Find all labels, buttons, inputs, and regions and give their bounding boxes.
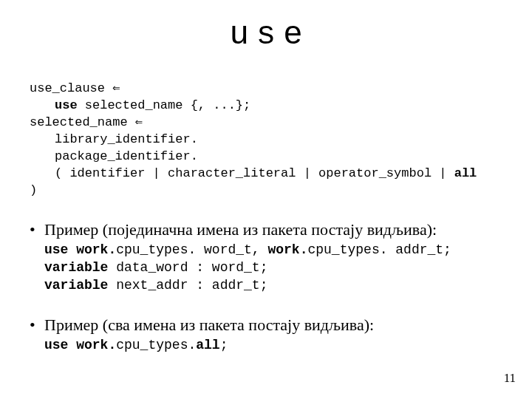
kw: use work. xyxy=(44,242,116,257)
kw: variable xyxy=(44,260,116,275)
arrow-icon: ⇐ xyxy=(135,115,143,129)
kw: variable xyxy=(44,278,116,293)
bullet-2: • Пример (сва имена из пакета постају ви… xyxy=(30,316,510,335)
page-number: 11 xyxy=(504,371,516,386)
t: selected_name xyxy=(30,115,135,129)
t: use_clause xyxy=(30,81,112,95)
kw: work. xyxy=(267,242,307,257)
kw-all: all xyxy=(454,166,477,180)
t: cpu_types. addr_t; xyxy=(307,242,451,257)
t: cpu_types. xyxy=(116,338,196,352)
t: {, ...} xyxy=(191,98,243,112)
kw-use: use xyxy=(55,98,78,112)
t: cpu_types. word_t, xyxy=(116,242,267,257)
slide-title: use xyxy=(30,16,510,53)
t: next_addr : addr_t; xyxy=(116,278,267,293)
bullet-dot-icon: • xyxy=(30,220,44,239)
bullet-dot-icon: • xyxy=(30,316,44,335)
grammar-line-4: library_identifier. xyxy=(30,132,198,146)
bullet-1-text: Пример (појединачна имена из пакета пост… xyxy=(44,220,510,239)
grammar-line-7: ) xyxy=(30,183,37,197)
grammar-line-3: selected_name ⇐ xyxy=(30,115,143,129)
t: ; xyxy=(220,338,228,352)
t: data_word : word_t; xyxy=(116,260,267,275)
bullet-2-text: Пример (сва имена из пакета постају видљ… xyxy=(44,316,510,335)
arrow-icon: ⇐ xyxy=(112,81,120,95)
grammar-line-5: package_identifier. xyxy=(30,149,198,163)
bullet-1: • Пример (појединачна имена из пакета по… xyxy=(30,220,510,239)
example-1: use work.cpu_types. word_t, work.cpu_typ… xyxy=(44,241,510,295)
grammar-line-2: use selected_name {, ...}; xyxy=(30,98,250,112)
grammar-line-1: use_clause ⇐ xyxy=(30,81,120,95)
example-2: use work.cpu_types.all; xyxy=(44,336,510,354)
t: ; xyxy=(243,98,250,112)
t: ( identifier | character_literal | opera… xyxy=(55,166,454,180)
kw-all: all xyxy=(196,338,219,352)
grammar-line-6: ( identifier | character_literal | opera… xyxy=(30,166,477,180)
slide: use use_clause ⇐ use selected_name {, ..… xyxy=(0,0,532,399)
grammar-block: use_clause ⇐ use selected_name {, ...}; … xyxy=(30,64,510,200)
kw: use work. xyxy=(44,338,116,352)
t: selected_name xyxy=(78,98,191,112)
